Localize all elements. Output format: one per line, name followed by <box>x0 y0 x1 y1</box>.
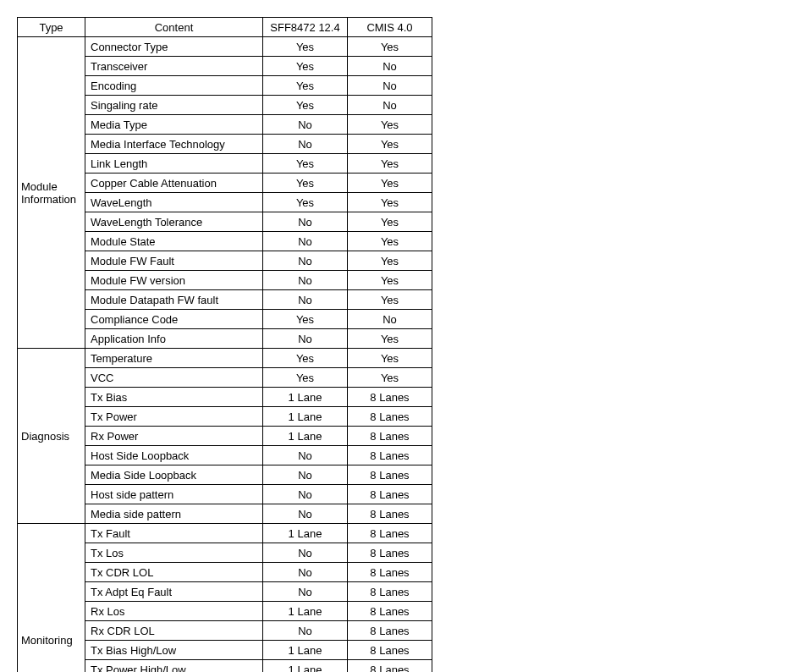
sff-cell: Yes <box>263 37 348 57</box>
cmis-cell: 8 Lanes <box>348 465 432 485</box>
cmis-cell: Yes <box>348 290 432 310</box>
sff-cell: No <box>263 446 348 465</box>
cmis-cell: 8 Lanes <box>348 485 432 504</box>
content-cell: Transceiver <box>85 57 263 76</box>
content-cell: Tx Bias <box>85 388 263 407</box>
content-cell: Media Side Loopback <box>85 465 263 485</box>
sff-cell: Yes <box>263 57 348 76</box>
content-cell: Host side pattern <box>85 485 263 504</box>
sff-cell: No <box>263 271 348 290</box>
sff-cell: No <box>263 251 348 271</box>
sff-cell: Yes <box>263 96 348 115</box>
sff-cell: No <box>263 543 348 563</box>
sff-cell: No <box>263 135 348 154</box>
cmis-cell: Yes <box>348 174 432 193</box>
cmis-cell: Yes <box>348 232 432 251</box>
cmis-cell: 8 Lanes <box>348 582 432 602</box>
content-cell: Tx CDR LOL <box>85 563 263 582</box>
sff-cell: No <box>263 563 348 582</box>
sff-cell: Yes <box>263 193 348 212</box>
cmis-cell: Yes <box>348 349 432 368</box>
table-header-row: Type Content SFF8472 12.4 CMIS 4.0 <box>18 18 432 37</box>
header-content: Content <box>85 18 263 37</box>
sff-cell: Yes <box>263 76 348 96</box>
content-cell: Media side pattern <box>85 504 263 524</box>
cmis-cell: Yes <box>348 154 432 174</box>
content-cell: Tx Los <box>85 543 263 563</box>
cmis-cell: Yes <box>348 368 432 388</box>
cmis-cell: Yes <box>348 329 432 349</box>
cmis-cell: No <box>348 96 432 115</box>
sff-cell: 1 Lane <box>263 427 348 446</box>
cmis-cell: 8 Lanes <box>348 427 432 446</box>
sff-cell: No <box>263 504 348 524</box>
sff-cell: 1 Lane <box>263 407 348 427</box>
cmis-cell: 8 Lanes <box>348 446 432 465</box>
sff-cell: No <box>263 329 348 349</box>
content-cell: Copper Cable Attenuation <box>85 174 263 193</box>
table-row: MonitoringTx Fault1 Lane8 Lanes <box>18 524 432 543</box>
cmis-cell: 8 Lanes <box>348 621 432 641</box>
type-cell: Diagnosis <box>18 349 85 524</box>
content-cell: WaveLength Tolerance <box>85 212 263 232</box>
sff-cell: 1 Lane <box>263 388 348 407</box>
cmis-cell: 8 Lanes <box>348 641 432 660</box>
content-cell: Tx Adpt Eq Fault <box>85 582 263 602</box>
cmis-cell: No <box>348 57 432 76</box>
table-row: DiagnosisTemperatureYesYes <box>18 349 432 368</box>
comparison-table: Type Content SFF8472 12.4 CMIS 4.0 Modul… <box>17 17 432 672</box>
sff-cell: Yes <box>263 154 348 174</box>
sff-cell: No <box>263 621 348 641</box>
sff-cell: 1 Lane <box>263 641 348 660</box>
content-cell: Compliance Code <box>85 310 263 329</box>
content-cell: Application Info <box>85 329 263 349</box>
sff-cell: No <box>263 290 348 310</box>
content-cell: Module Datapath FW fault <box>85 290 263 310</box>
sff-cell: Yes <box>263 349 348 368</box>
content-cell: Media Type <box>85 115 263 135</box>
sff-cell: No <box>263 465 348 485</box>
cmis-cell: 8 Lanes <box>348 563 432 582</box>
content-cell: Module State <box>85 232 263 251</box>
content-cell: Link Length <box>85 154 263 174</box>
cmis-cell: 8 Lanes <box>348 543 432 563</box>
cmis-cell: Yes <box>348 271 432 290</box>
header-type: Type <box>18 18 85 37</box>
table-row: Module InformationConnector TypeYesYes <box>18 37 432 57</box>
content-cell: VCC <box>85 368 263 388</box>
cmis-cell: Yes <box>348 212 432 232</box>
content-cell: Temperature <box>85 349 263 368</box>
cmis-cell: 8 Lanes <box>348 660 432 673</box>
content-cell: WaveLength <box>85 193 263 212</box>
content-cell: Singaling rate <box>85 96 263 115</box>
type-cell: Monitoring <box>18 524 85 673</box>
sff-cell: No <box>263 232 348 251</box>
sff-cell: 1 Lane <box>263 524 348 543</box>
cmis-cell: 8 Lanes <box>348 407 432 427</box>
sff-cell: 1 Lane <box>263 660 348 673</box>
sff-cell: No <box>263 582 348 602</box>
cmis-cell: No <box>348 76 432 96</box>
content-cell: Media Interface Technology <box>85 135 263 154</box>
header-sff: SFF8472 12.4 <box>263 18 348 37</box>
sff-cell: No <box>263 485 348 504</box>
content-cell: Encoding <box>85 76 263 96</box>
sff-cell: 1 Lane <box>263 602 348 621</box>
content-cell: Rx CDR LOL <box>85 621 263 641</box>
sff-cell: Yes <box>263 310 348 329</box>
header-cmis: CMIS 4.0 <box>348 18 432 37</box>
cmis-cell: Yes <box>348 135 432 154</box>
content-cell: Module FW version <box>85 271 263 290</box>
content-cell: Connector Type <box>85 37 263 57</box>
sff-cell: No <box>263 115 348 135</box>
cmis-cell: 8 Lanes <box>348 388 432 407</box>
content-cell: Tx Bias High/Low <box>85 641 263 660</box>
cmis-cell: Yes <box>348 193 432 212</box>
sff-cell: No <box>263 212 348 232</box>
cmis-cell: 8 Lanes <box>348 524 432 543</box>
sff-cell: Yes <box>263 368 348 388</box>
cmis-cell: Yes <box>348 37 432 57</box>
sff-cell: Yes <box>263 174 348 193</box>
content-cell: Module FW Fault <box>85 251 263 271</box>
cmis-cell: Yes <box>348 251 432 271</box>
